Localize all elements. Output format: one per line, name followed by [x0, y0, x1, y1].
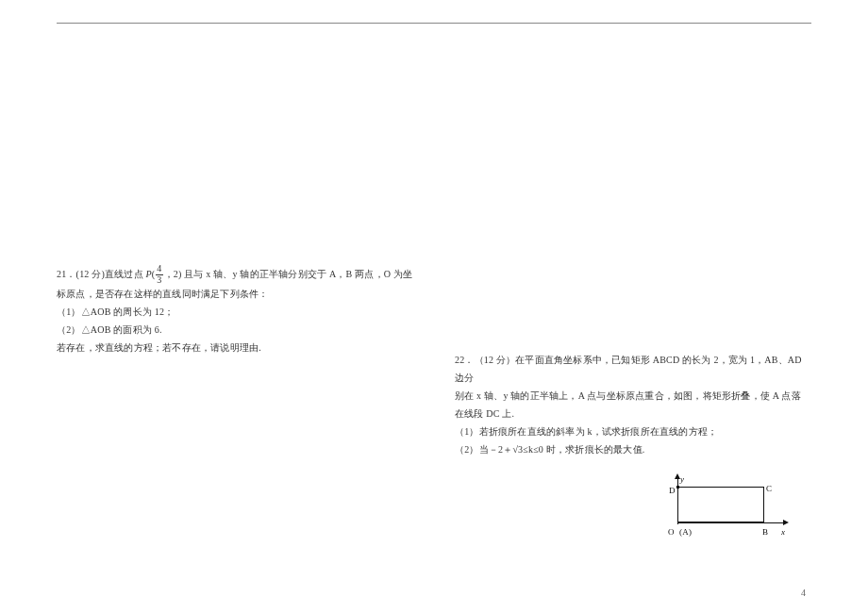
q22-line3: 在线段 DC 上. — [455, 405, 811, 422]
rectangle-abcd — [677, 487, 764, 522]
q21-line2: 标原点，是否存在这样的直线同时满足下列条件： — [57, 285, 413, 303]
q22-part2-b: ≤k≤0 时，求折痕长的最大值. — [523, 444, 644, 455]
q22-part1: （1）若折痕所在直线的斜率为 k，试求折痕所在直线的方程； — [455, 422, 811, 440]
sqrt3: √3 — [512, 440, 523, 458]
origin-label-o: O — [668, 524, 675, 540]
q22-part2: （2）当－2＋√3≤k≤0 时，求折痕长的最大值. — [455, 440, 811, 458]
column-right: 22．（12 分）在平面直角坐标系中，已知矩形 ABCD 的长为 2，宽为 1，… — [455, 264, 811, 534]
vertex-label-c: C — [766, 481, 772, 497]
q21-frac-num: 4 — [156, 264, 162, 275]
vertex-label-a: (A) — [679, 524, 692, 540]
vertex-label-d: D — [669, 483, 676, 499]
two-column-layout: 21．(12 分)直线过点 P(43，2) 且与 x 轴、y 轴的正半轴分别交于… — [57, 264, 811, 534]
vertex-d-dot-icon — [676, 486, 679, 489]
top-rule — [57, 23, 811, 24]
q21-head-b: 且与 x 轴、y 轴的正半轴分别交于 A，B 两点，O 为坐 — [184, 269, 412, 279]
x-axis — [677, 522, 785, 523]
q22-line1: 22．（12 分）在平面直角坐标系中，已知矩形 ABCD 的长为 2，宽为 1，… — [455, 351, 811, 387]
q21-tail: 若存在，求直线的方程；若不存在，请说明理由. — [57, 339, 413, 356]
document-page: 21．(12 分)直线过点 P(43，2) 且与 x 轴、y 轴的正半轴分别交于… — [0, 0, 868, 613]
q21-cond1: （1）△AOB 的周长为 12； — [57, 303, 413, 321]
q21-after-comma: ，2) — [164, 269, 182, 279]
q21-frac: 43 — [155, 264, 163, 285]
figure-rectangle-axes: y D C O (A) B x — [657, 475, 787, 534]
column-left: 21．(12 分)直线过点 P(43，2) 且与 x 轴、y 轴的正半轴分别交于… — [57, 264, 413, 534]
axis-label-y: y — [680, 472, 684, 488]
q21-cond2: （2）△AOB 的面积为 6. — [57, 321, 413, 339]
q22-line2: 别在 x 轴、y 轴的正半轴上，A 点与坐标原点重合，如图，将矩形折叠，使 A … — [455, 387, 811, 405]
q21-head-a: 21．(12 分)直线过点 — [57, 269, 145, 279]
axis-label-x: x — [781, 524, 785, 540]
figure-wrap: y D C O (A) B x — [455, 475, 811, 534]
q22-block: 22．（12 分）在平面直角坐标系中，已知矩形 ABCD 的长为 2，宽为 1，… — [455, 351, 811, 534]
q21-line1: 21．(12 分)直线过点 P(43，2) 且与 x 轴、y 轴的正半轴分别交于… — [57, 264, 413, 285]
vertex-label-b: B — [762, 524, 768, 540]
page-number: 4 — [801, 588, 806, 598]
q21-frac-den: 3 — [156, 275, 162, 286]
q22-part2-a: （2）当－2＋ — [455, 444, 512, 455]
